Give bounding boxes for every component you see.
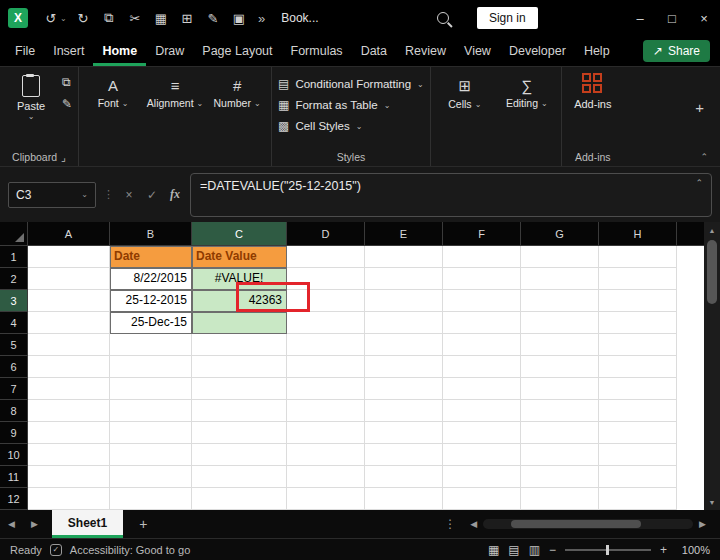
column-header-e[interactable]: E <box>365 222 443 246</box>
cell-E2[interactable] <box>365 268 443 290</box>
cancel-formula-icon[interactable]: × <box>121 188 137 202</box>
horizontal-scrollbar[interactable]: ◀ ▶ <box>464 519 712 529</box>
cell-G5[interactable] <box>521 334 599 356</box>
redo-icon[interactable]: ↻ <box>70 11 96 26</box>
row-header-4[interactable]: 4 <box>0 312 28 334</box>
cell-F9[interactable] <box>443 422 521 444</box>
formula-input[interactable]: =DATEVALUE("25-12-2015") ⌃ <box>190 173 712 217</box>
cell-E4[interactable] <box>365 312 443 334</box>
cell-A3[interactable] <box>28 290 110 312</box>
insert-function-icon[interactable]: fx <box>167 187 183 202</box>
cell-H2[interactable] <box>599 268 677 290</box>
cell-B10[interactable] <box>110 444 192 466</box>
scroll-up-icon[interactable]: ▲ <box>704 222 720 238</box>
enter-formula-icon[interactable]: ✓ <box>144 188 160 202</box>
qat-overflow-icon[interactable]: » <box>258 11 265 26</box>
clipboard-dialog-launcher-icon[interactable]: ⌟ <box>61 151 66 163</box>
cut-icon[interactable]: ✂ <box>122 11 148 26</box>
cell-D2[interactable] <box>287 268 365 290</box>
cell-styles-button[interactable]: ▩ Cell Styles ⌄ <box>278 119 424 133</box>
row-header-12[interactable]: 12 <box>0 488 28 510</box>
cell-H7[interactable] <box>599 378 677 400</box>
minimize-button[interactable]: – <box>624 0 656 36</box>
cell-H4[interactable] <box>599 312 677 334</box>
edit-icon[interactable]: ✎ <box>200 11 226 26</box>
cell-H10[interactable] <box>599 444 677 466</box>
cell-E3[interactable] <box>365 290 443 312</box>
row-header-3[interactable]: 3 <box>0 290 28 312</box>
cell-E8[interactable] <box>365 400 443 422</box>
cell-F6[interactable] <box>443 356 521 378</box>
cell-A5[interactable] <box>28 334 110 356</box>
search-icon[interactable] <box>437 12 449 24</box>
menu-item-draw[interactable]: Draw <box>146 36 193 66</box>
row-header-2[interactable]: 2 <box>0 268 28 290</box>
cell-A6[interactable] <box>28 356 110 378</box>
cell-C5[interactable] <box>192 334 287 356</box>
addins-button[interactable]: Add-ins <box>568 71 618 110</box>
cell-F2[interactable] <box>443 268 521 290</box>
column-header-f[interactable]: F <box>443 222 521 246</box>
cell-F3[interactable] <box>443 290 521 312</box>
cell-F7[interactable] <box>443 378 521 400</box>
cell-G4[interactable] <box>521 312 599 334</box>
row-header-9[interactable]: 9 <box>0 422 28 444</box>
cell-A2[interactable] <box>28 268 110 290</box>
column-header-g[interactable]: G <box>521 222 599 246</box>
cell-E11[interactable] <box>365 466 443 488</box>
menu-item-home[interactable]: Home <box>93 36 146 66</box>
page-break-view-icon[interactable]: ▥ <box>529 543 540 557</box>
column-header-h[interactable]: H <box>599 222 677 246</box>
row-header-6[interactable]: 6 <box>0 356 28 378</box>
cell-D9[interactable] <box>287 422 365 444</box>
menu-item-view[interactable]: View <box>455 36 500 66</box>
column-header-a[interactable]: A <box>28 222 110 246</box>
select-all-corner[interactable] <box>0 222 28 246</box>
cell-A10[interactable] <box>28 444 110 466</box>
cell-D4[interactable] <box>287 312 365 334</box>
cell-E9[interactable] <box>365 422 443 444</box>
cell-F1[interactable] <box>443 246 521 268</box>
cell-E10[interactable] <box>365 444 443 466</box>
collapse-ribbon-icon[interactable]: ⌃ <box>700 152 708 162</box>
zoom-slider-thumb[interactable] <box>606 545 609 555</box>
cell-F5[interactable] <box>443 334 521 356</box>
cell-G2[interactable] <box>521 268 599 290</box>
cell-C9[interactable] <box>192 422 287 444</box>
cell-F4[interactable] <box>443 312 521 334</box>
cell-G3[interactable] <box>521 290 599 312</box>
cell-F11[interactable] <box>443 466 521 488</box>
conditional-formatting-button[interactable]: ▤ Conditional Formatting ⌄ <box>278 77 424 91</box>
cell-D3[interactable] <box>287 290 365 312</box>
excel-app-icon[interactable]: X <box>8 8 28 28</box>
cell-D5[interactable] <box>287 334 365 356</box>
cell-B11[interactable] <box>110 466 192 488</box>
menu-item-developer[interactable]: Developer <box>500 36 575 66</box>
sheet-tab-sheet1[interactable]: Sheet1 <box>52 510 123 538</box>
cell-B2[interactable]: 8/22/2015 <box>110 268 192 290</box>
cell-C2[interactable]: #VALUE! <box>192 268 287 290</box>
table-icon[interactable]: ⊞ <box>174 11 200 26</box>
cell-B6[interactable] <box>110 356 192 378</box>
hscroll-track[interactable] <box>483 519 693 529</box>
copy-icon[interactable]: ⧉ <box>96 10 122 26</box>
zoom-slider[interactable] <box>565 549 651 551</box>
horizontal-scroll-thumb[interactable] <box>511 520 641 528</box>
menu-item-help[interactable]: Help <box>575 36 619 66</box>
cell-A7[interactable] <box>28 378 110 400</box>
cell-A1[interactable] <box>28 246 110 268</box>
cell-C3[interactable]: 42363 <box>192 290 287 312</box>
row-header-7[interactable]: 7 <box>0 378 28 400</box>
cell-B4[interactable]: 25-Dec-15 <box>110 312 192 334</box>
cell-E1[interactable] <box>365 246 443 268</box>
cell-B5[interactable] <box>110 334 192 356</box>
alignment-button[interactable]: ≡ Alignment ⌄ <box>147 71 203 109</box>
cell-C1[interactable]: Date Value <box>192 246 287 268</box>
cell-C7[interactable] <box>192 378 287 400</box>
cell-A12[interactable] <box>28 488 110 510</box>
scroll-down-icon[interactable]: ▼ <box>704 494 720 510</box>
cell-C11[interactable] <box>192 466 287 488</box>
cell-H9[interactable] <box>599 422 677 444</box>
page-layout-view-icon[interactable]: ▤ <box>508 543 519 557</box>
menu-item-formulas[interactable]: Formulas <box>282 36 352 66</box>
